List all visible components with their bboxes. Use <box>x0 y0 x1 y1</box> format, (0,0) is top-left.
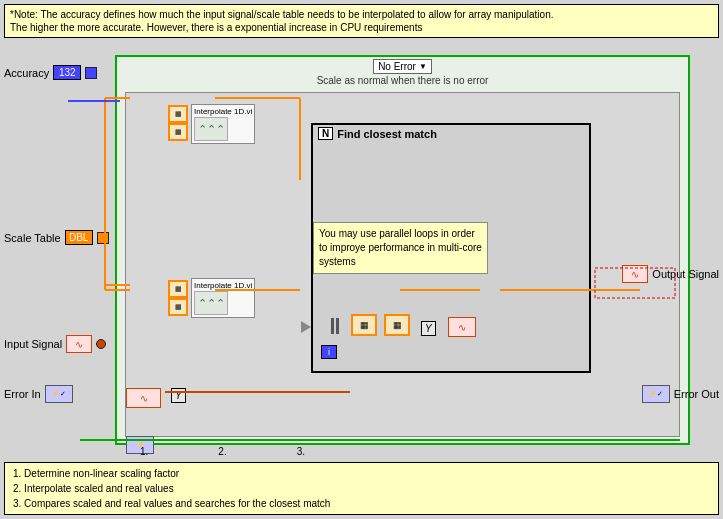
parallel-loops-box: You may use parallel loops in order to i… <box>313 222 488 274</box>
triangle-right-icon <box>301 321 311 333</box>
array-block-bot-1: ▦ <box>168 280 188 298</box>
input-waveform-icon: ∿ <box>75 339 83 350</box>
no-error-bar: No Error ▼ Scale as normal when there is… <box>117 57 688 86</box>
outer-block: No Error ▼ Scale as normal when there is… <box>115 55 690 445</box>
y-terminal-inner: Y <box>421 321 436 336</box>
bar-1 <box>331 318 334 334</box>
inner-block: Interpolate 1D.vi ⌃⌃⌃ 1 ▦ ▦ Scaled <box>125 92 680 437</box>
accuracy-input[interactable]: 132 <box>53 65 81 80</box>
error-in-cluster-box: ⚡✓ <box>45 385 73 403</box>
main-container: *Note: The accuracy defines how much the… <box>0 0 723 519</box>
output-signal-row: ∿ Output Signal <box>622 265 719 283</box>
output-signal-waveform: ∿ <box>622 265 648 283</box>
interpolate-vi-1[interactable]: Interpolate 1D.vi ⌃⌃⌃ <box>191 104 255 144</box>
func-array-icon-1: ▦ <box>360 320 369 330</box>
double-bar-func <box>331 318 339 334</box>
func-array-block-2: ▦ <box>384 314 410 336</box>
array-icon-1: ▦ <box>175 110 182 118</box>
interpolate-block-2: Interpolate 1D.vi ⌃⌃⌃ <box>191 278 255 318</box>
array-icon-3: ▦ <box>175 285 182 293</box>
accuracy-row: Accuracy 132 <box>4 65 97 80</box>
input-signal-block: ∿ <box>126 388 161 408</box>
interp-inner-2: ⌃⌃⌃ <box>194 291 228 315</box>
error-in-label: Error In <box>4 388 41 400</box>
array-block-top-2: ▦ <box>168 123 188 141</box>
scale-table-input[interactable]: DBL <box>65 230 93 245</box>
step-2: 2. <box>218 446 226 457</box>
interp-symbol-2: ⌃⌃⌃ <box>198 297 225 310</box>
accuracy-connector <box>85 67 97 79</box>
waveform-output-block: ∿ <box>448 317 476 337</box>
parallel-loops-text: You may use parallel loops in order to i… <box>319 228 482 267</box>
scale-table-row: Scale Table DBL <box>4 230 109 245</box>
find-closest-label: Find closest match <box>337 128 437 140</box>
y-terminal-input: Y <box>171 388 186 403</box>
note-text: *Note: The accuracy defines how much the… <box>10 9 553 33</box>
y-terminal-input-label: Y <box>171 388 186 403</box>
triangle-func <box>301 321 311 335</box>
interpolate-block-1: Interpolate 1D.vi ⌃⌃⌃ <box>191 103 255 144</box>
note-box: *Note: The accuracy defines how much the… <box>4 4 719 38</box>
output-waveform-icon: ∿ <box>631 269 639 280</box>
find-closest-title: N Find closest match <box>313 125 589 142</box>
legend-line-2: 2. Interpolate scaled and real values <box>13 481 710 496</box>
array-icon-2: ▦ <box>175 128 182 136</box>
legend-line-3: 3. Compares scaled and real values and s… <box>13 496 710 511</box>
step-numbers: 1. 2. 3. <box>140 446 305 457</box>
input-signal-dot <box>96 339 106 349</box>
array-icon-4: ▦ <box>175 303 182 311</box>
error-out-icon: ⚡✓ <box>648 390 663 398</box>
interpolate-vi-2[interactable]: Interpolate 1D.vi ⌃⌃⌃ <box>191 278 255 318</box>
accuracy-label: Accuracy <box>4 67 49 79</box>
bar-2 <box>336 318 339 334</box>
n-badge: N <box>318 127 333 140</box>
input-signal-icon: ∿ <box>140 393 148 404</box>
array-block-top-1: ▦ <box>168 105 188 123</box>
error-out-cluster-box: ⚡✓ <box>642 385 670 403</box>
interp-vi-label-2: Interpolate 1D.vi <box>194 281 252 290</box>
interp-symbol-1: ⌃⌃⌃ <box>198 123 225 136</box>
step-1: 1. <box>140 446 148 457</box>
step-3: 3. <box>297 446 305 457</box>
input-signal-waveform: ∿ <box>66 335 92 353</box>
error-in-icon: ⚡✓ <box>51 390 66 398</box>
interp-vi-label-1: Interpolate 1D.vi <box>194 107 252 116</box>
double-bar-icon <box>331 318 339 334</box>
error-out-row: ⚡✓ Error Out <box>642 385 719 403</box>
y-terminal-label: Y <box>421 321 436 336</box>
output-signal-label: Output Signal <box>652 268 719 280</box>
legend-line-1: 1. Determine non-linear scaling factor <box>13 466 710 481</box>
scale-table-label: Scale Table <box>4 232 61 244</box>
i-badge: i <box>321 345 337 359</box>
no-error-dropdown[interactable]: No Error ▼ <box>373 59 432 74</box>
array-block-bot-2: ▦ <box>168 298 188 316</box>
func-array-block-1: ▦ <box>351 314 377 336</box>
scale-table-connector <box>97 232 109 244</box>
dropdown-arrow-icon: ▼ <box>419 62 427 71</box>
input-signal-label: Input Signal <box>4 338 62 350</box>
input-signal-row: Input Signal ∿ <box>4 335 106 353</box>
waveform-output-icon: ∿ <box>458 322 466 333</box>
labels-section: 1. Determine non-linear scaling factor 2… <box>4 462 719 515</box>
no-error-label: No Error <box>378 61 416 72</box>
error-in-row: Error In ⚡✓ <box>4 385 73 403</box>
error-out-label: Error Out <box>674 388 719 400</box>
func-array-icon-2: ▦ <box>393 320 402 330</box>
interp-inner-1: ⌃⌃⌃ <box>194 117 228 141</box>
no-error-subtitle: Scale as normal when there is no error <box>317 75 489 86</box>
